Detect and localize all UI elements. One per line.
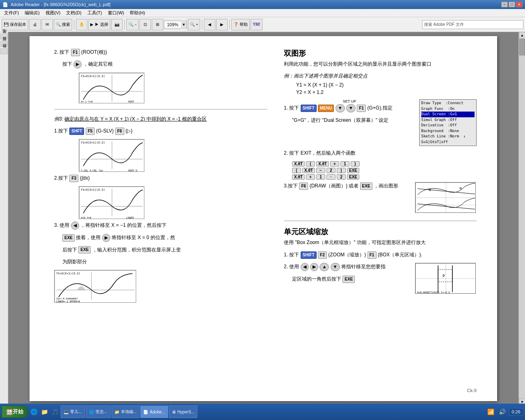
snapshot-button[interactable]: 📷	[111, 19, 123, 30]
f5-key: F5	[86, 128, 95, 135]
email-icon: ✉	[46, 22, 49, 27]
menu-view[interactable]: 视图(V)	[43, 9, 63, 17]
quicklaunch-folder[interactable]: 📁	[39, 407, 49, 417]
open-paren-key: (	[306, 161, 315, 167]
down1-key: ▼	[336, 104, 345, 112]
yahoo-icon: YM!	[253, 22, 260, 27]
save-copy-button[interactable]: 💾 保存副本	[2, 19, 28, 30]
main-area: 书签 页面 注释 2. 按下 F1 (ROOT(根)) 按下 ▶	[0, 32, 525, 405]
step3-with-graph: 3.按下 F6 (DRAW（画图）) 或者 EXE ，画出图形	[284, 182, 477, 214]
svg-text:Y1=X(X+1)(X-2): Y1=X(X+1)(X-2)	[81, 141, 105, 144]
search-pdf-input[interactable]	[466, 22, 523, 27]
f1-key: F1	[71, 49, 80, 56]
graph-svg-1: Y1=X(X+1)(X-2) X=-1 Y=0 ROOT	[79, 73, 144, 103]
sidebar-tab-comments[interactable]: 注释	[0, 48, 8, 54]
close-paren-key3: )	[337, 168, 346, 173]
graph-svg-4: Y1=X(X+1)(X-2) LOWER=-1 UPPER=0 ∫dx=-0.4…	[54, 270, 136, 303]
zoom-control: 109% ▼	[164, 20, 187, 29]
quicklaunch-ie[interactable]: 🌐	[29, 407, 39, 417]
zoom-step2-area: 2. 使用 ◀ ▶ ▲ ▼ 将指针移至您想要指 定区域的一角然后按下 EXE	[284, 263, 477, 295]
next-page-button[interactable]: ▶	[216, 19, 228, 30]
step3-text: 3.按下 F6 (DRAW（画图）) 或者 EXE ，画出图形	[284, 182, 411, 194]
prev-page-button[interactable]: ◀	[204, 19, 215, 30]
svg-text:X=0      Y=0: X=0 Y=0	[81, 216, 91, 219]
titlebar-title: Adobe Reader - [fx-9860G%205D(ck)_web_L.…	[11, 2, 110, 7]
scroll-up-button[interactable]: ▲	[519, 32, 525, 39]
menu-edit[interactable]: 编辑(E)	[22, 9, 42, 17]
left-arrow-key: ◀	[71, 221, 79, 230]
zoom-out-button[interactable]: 🔍−	[126, 19, 139, 30]
right-scrollbar: ▲ ▼	[518, 32, 525, 405]
zoom-graph-area: P X=8.60987714194 Y=-0.3	[415, 263, 477, 295]
app3-label: Adobe...	[150, 410, 165, 414]
taskbar-app-3[interactable]: 📄 Adobe...	[140, 406, 168, 418]
maximize-button[interactable]: □	[509, 2, 515, 7]
svg-text:Y:CRL X:CRL ∫dx: Y:CRL X:CRL ∫dx	[81, 169, 103, 172]
zoom-in-button[interactable]: 🔍+	[188, 19, 200, 30]
left-key: ◀	[301, 263, 309, 271]
scroll-thumb[interactable]	[519, 39, 525, 55]
select-tool-button[interactable]: ▶ ▶ 选择	[88, 19, 110, 30]
scroll-track[interactable]	[519, 39, 525, 399]
hand-tool-button[interactable]: ✋	[76, 19, 87, 30]
zoom-input[interactable]: 109%	[164, 22, 181, 27]
svg-text:Y1=X(X+1)(X-2): Y1=X(X+1)(X-2)	[81, 188, 105, 192]
print-button[interactable]: 🖨	[29, 19, 41, 30]
pdf-page: 2. 按下 F1 (ROOT(根)) 按下 ▶ ，确定其它根 Y1=X(X+1)…	[30, 36, 497, 401]
menu-screen-area: Draw Type :Connect Graph Func :On Dual S…	[419, 99, 477, 146]
left-sidebar: 书签 页面 注释	[0, 32, 8, 405]
taskbar-app-0[interactable]: 💻 零儿...	[61, 406, 85, 418]
search-button[interactable]: 🔍 搜索	[54, 19, 72, 30]
systray-network[interactable]: 📶	[486, 407, 496, 417]
zoom-in-icon: 🔍	[190, 22, 195, 27]
menu-tools[interactable]: 工具(T)	[85, 9, 105, 17]
systray-volume[interactable]: 🔊	[498, 407, 507, 417]
sidebar-tab-bookmarks[interactable]: 书签	[0, 34, 8, 39]
quicklaunch-media[interactable]: 🎵	[50, 407, 60, 417]
search-icon: 🔍	[56, 22, 61, 27]
app0-label: 零儿...	[70, 409, 82, 415]
svg-text:Y1=X(X+1)(X-2): Y1=X(X+1)(X-2)	[81, 75, 105, 78]
shift-key: SHIFT	[301, 105, 317, 112]
start-button[interactable]: 🪟 开始	[2, 406, 28, 418]
svg-text:LOWER: LOWER	[126, 216, 134, 219]
help-button[interactable]: ❓ 帮助	[231, 19, 250, 30]
taskbar-app-4[interactable]: 🖥 HyperS...	[169, 406, 198, 418]
graph-area-1: Y1=X(X+1)(X-2) X=-1 Y=0 ROOT	[79, 73, 267, 103]
step3c: 后按下 EXE ，输入积分范围，积分范围在显示屏上变	[62, 246, 267, 254]
step1-text: SET UP 1. 按下 SHIFT MENU ▼ ▼ F1 (G+G),指定	[284, 99, 415, 128]
right-arrow-key: ▶	[102, 234, 110, 242]
menu-file[interactable]: 文件(F)	[2, 9, 21, 17]
separator2	[124, 20, 125, 30]
actual-size-button[interactable]: ⊞	[152, 19, 163, 30]
zoom-desc: 使用 "Box Zoom（单元框缩放）" 功能，可指定图形区并进行放大	[284, 239, 477, 246]
select-icon: ▶	[90, 22, 94, 27]
menu-bar: 文件(F) 编辑(E) 视图(V) 文档(D) 工具(T) 窗口(W) 帮助(H…	[0, 9, 525, 17]
taskbar-clock: 0:26	[509, 408, 523, 415]
graph-svg-3: Y1=X(X+1)(X-2) X=0 Y=0 LOWER	[79, 186, 144, 219]
pdf-viewer[interactable]: 2. 按下 F1 (ROOT(根)) 按下 ▶ ，确定其它根 Y1=X(X+1)…	[8, 32, 518, 405]
menu-help[interactable]: 帮助(H)	[127, 9, 147, 17]
menu-document[interactable]: 文档(D)	[64, 9, 84, 17]
menu-screen-display: Draw Type :Connect Graph Func :On Dual S…	[419, 99, 477, 146]
sidebar-tab-pages[interactable]: 页面	[0, 41, 8, 47]
minimize-button[interactable]: −	[501, 2, 508, 7]
zoom-step2b: 定区域的一角然后按下 EXE	[292, 275, 411, 283]
up-key: ▲	[320, 263, 329, 271]
menu-window[interactable]: 窗口(W)	[105, 9, 127, 17]
select-label: ▶ 选择	[95, 22, 108, 27]
app4-icon: 🖥	[172, 410, 176, 414]
right-step1b: "G+G"，进行 "Dual Screen（双屏幕）" 设定	[292, 116, 415, 124]
close-button[interactable]: ✕	[516, 2, 523, 7]
down-key: ▼	[331, 263, 340, 271]
dual-screen-desc: 利用此功能，您可以分割两个区域之间的显示并且显示两个图形窗口	[284, 61, 477, 68]
zoom-dropdown-button[interactable]: ▼	[181, 20, 187, 29]
yahoo-button[interactable]: YM!	[251, 19, 262, 30]
email-button[interactable]: ✉	[41, 19, 53, 30]
taskbar-app-2[interactable]: 📁 本地磁...	[112, 406, 139, 418]
app4-label: HyperS...	[178, 410, 195, 414]
fit-page-button[interactable]: ⊡	[139, 19, 151, 30]
taskbar-right: 📶 🔊 0:26	[486, 407, 523, 417]
taskbar-app-1[interactable]: 🌐 世忠...	[86, 406, 111, 418]
start-icon: 🪟	[6, 409, 13, 415]
